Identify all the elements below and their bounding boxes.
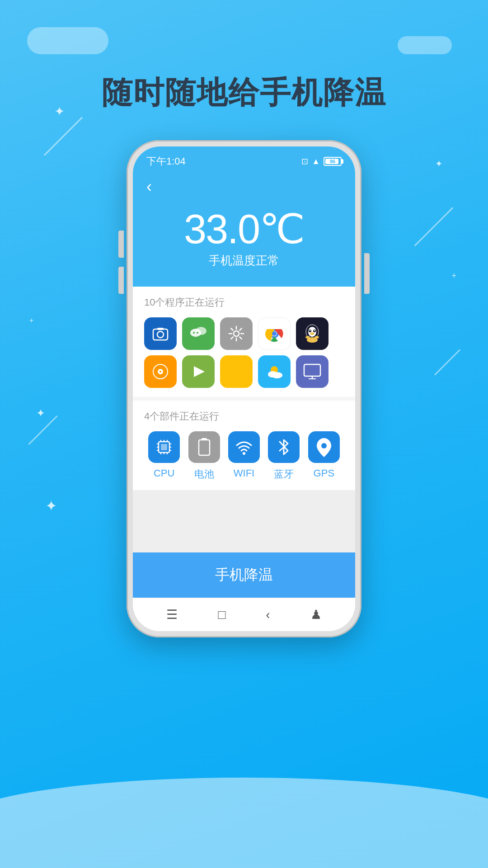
svg-rect-28 [304, 364, 320, 376]
battery-icon: 96 [324, 157, 342, 166]
deco-line-3 [434, 349, 461, 376]
status-time: 下午1:04 [146, 155, 186, 168]
svg-marker-24 [194, 366, 205, 377]
battery-label: 电池 [194, 467, 214, 481]
svg-point-7 [234, 331, 239, 336]
svg-point-23 [160, 371, 161, 373]
volume-up-button [118, 231, 124, 258]
wifi-icon-box [228, 431, 260, 463]
page-title: 随时随地给手机降温 [0, 72, 488, 113]
svg-point-6 [197, 332, 198, 334]
svg-point-5 [193, 332, 195, 334]
nav-back-icon[interactable]: ‹ [266, 608, 270, 622]
battery-icon-box [188, 431, 220, 463]
app-header: ‹ 33.0℃ 手机温度正常 [133, 173, 355, 287]
svg-rect-32 [161, 444, 167, 450]
bluetooth-icon-box [268, 431, 300, 463]
app-icons-grid [144, 317, 344, 388]
component-battery[interactable]: 电池 [184, 431, 224, 481]
svg-point-27 [272, 372, 282, 378]
app-icon-desktop[interactable] [296, 355, 328, 388]
svg-rect-2 [157, 328, 164, 330]
svg-point-15 [310, 330, 310, 331]
app-icon-browser[interactable] [258, 317, 291, 350]
sparkle-2: ✦ [36, 407, 45, 420]
sparkle-3: ✦ [45, 497, 57, 514]
running-components-section: 4个部件正在运行 [133, 401, 355, 490]
component-bluetooth[interactable]: 蓝牙 [264, 431, 304, 481]
wifi-icon: ▲ [312, 157, 320, 166]
app-icon-music[interactable] [144, 355, 177, 388]
bottom-hill [0, 778, 488, 868]
nav-home-icon[interactable]: □ [218, 608, 225, 622]
svg-point-48 [321, 443, 327, 448]
svg-point-1 [157, 331, 164, 338]
cpu-icon-box [148, 431, 180, 463]
cool-phone-button[interactable]: 手机降温 [133, 552, 355, 598]
cloud-right [398, 36, 452, 54]
running-programs-label: 10个程序正在运行 [144, 296, 344, 309]
component-gps[interactable]: GPS [304, 431, 344, 481]
svg-rect-0 [153, 329, 168, 340]
phone-mockup: 下午1:04 ⊡ ▲ 96 ‹ 33.0℃ 手机温度正常 10个程序正在运行 [127, 140, 361, 637]
app-icon-crescent[interactable] [220, 355, 253, 388]
svg-point-19 [305, 336, 310, 339]
status-bar: 下午1:04 ⊡ ▲ 96 [133, 146, 355, 173]
component-wifi[interactable]: WIFI [224, 431, 264, 481]
deco-line-4 [28, 415, 58, 445]
power-button [364, 253, 370, 294]
battery-level: 96 [330, 159, 335, 164]
volume-down-button [118, 267, 124, 294]
nav-bar: ☰ □ ‹ ♟ [133, 598, 355, 631]
nav-menu-icon[interactable]: ☰ [166, 607, 178, 622]
component-items: CPU 电池 [144, 431, 344, 481]
app-icon-arrow[interactable] [182, 355, 215, 388]
deco-line-2 [414, 207, 454, 246]
nav-user-icon[interactable]: ♟ [310, 607, 322, 622]
wifi-label: WIFI [234, 467, 254, 479]
bluetooth-label: 蓝牙 [274, 467, 294, 481]
app-icon-camera[interactable] [144, 317, 177, 350]
sparkle-5: + [451, 271, 456, 281]
app-icon-wechat[interactable] [182, 317, 215, 350]
app-content: 10个程序正在运行 [133, 287, 355, 631]
gps-label: GPS [314, 467, 334, 479]
svg-point-17 [310, 332, 314, 335]
svg-rect-46 [199, 440, 210, 455]
back-button[interactable]: ‹ [146, 177, 152, 196]
screen-icon: ⊡ [301, 156, 308, 166]
app-icon-qq[interactable] [296, 317, 328, 350]
cpu-label: CPU [154, 467, 174, 479]
running-components-label: 4个部件正在运行 [144, 410, 344, 423]
temperature-display: 33.0℃ [146, 205, 342, 253]
deco-line-1 [44, 117, 83, 156]
status-icons: ⊡ ▲ 96 [301, 156, 342, 166]
svg-point-16 [314, 330, 315, 331]
gps-icon-box [308, 431, 340, 463]
svg-point-20 [314, 336, 319, 339]
phone-screen: 下午1:04 ⊡ ▲ 96 ‹ 33.0℃ 手机温度正常 10个程序正在运行 [133, 146, 355, 631]
svg-point-47 [243, 452, 245, 455]
component-cpu[interactable]: CPU [144, 431, 184, 481]
sparkle-6: + [29, 316, 33, 325]
app-icon-settings[interactable] [220, 317, 253, 350]
svg-point-4 [196, 327, 206, 335]
gray-spacer [133, 490, 355, 552]
running-programs-section: 10个程序正在运行 [133, 287, 355, 397]
cloud-left [27, 27, 108, 54]
temperature-value: 33.0℃ [146, 205, 342, 253]
sparkle-4: ✦ [435, 158, 443, 169]
temperature-status: 手机温度正常 [146, 253, 342, 269]
app-icon-weather[interactable] [258, 355, 291, 388]
svg-point-10 [272, 331, 277, 336]
